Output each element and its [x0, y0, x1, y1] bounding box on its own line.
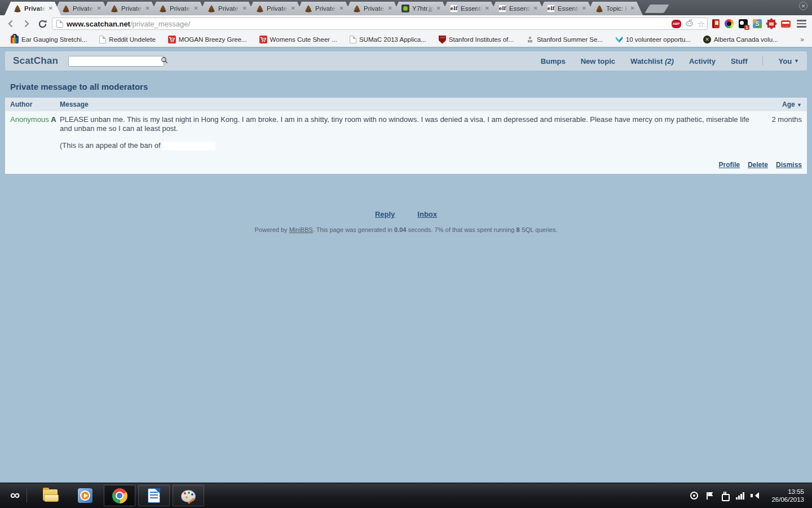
- nav-item-new-topic[interactable]: New topic: [581, 57, 615, 65]
- browser-tab[interactable]: Private m✕: [295, 2, 352, 15]
- reload-icon[interactable]: [36, 17, 48, 30]
- browser-tab[interactable]: Private m✕: [198, 2, 255, 15]
- browser-tab[interactable]: Private m✕: [102, 2, 158, 15]
- taskbar-app-chrome-browser[interactable]: [104, 485, 135, 506]
- browser-tab[interactable]: Private m✕: [344, 2, 400, 15]
- footer-text: seconds. 7% of that was spent running: [406, 226, 516, 233]
- tab-title: Private m: [170, 5, 191, 12]
- notifier-icon[interactable]: 1: [739, 19, 748, 28]
- dictionary-book-icon[interactable]: [712, 19, 720, 28]
- nav-divider: [762, 56, 763, 65]
- bookmark-item[interactable]: ✕Alberta Canada volu...: [698, 34, 783, 45]
- action-center-flag-icon[interactable]: [705, 491, 714, 500]
- browser-tab[interactable]: Topic: Pl✕: [586, 2, 643, 15]
- bookmark-item[interactable]: Womens Cute Sheer ...: [254, 34, 342, 45]
- browser-tab-active[interactable]: Private m✕: [5, 2, 61, 15]
- network-signal-icon[interactable]: [735, 491, 744, 500]
- profile-link[interactable]: Profile: [719, 161, 740, 169]
- nav-item-activity[interactable]: Activity: [689, 57, 716, 65]
- tab-close-icon[interactable]: ✕: [436, 6, 441, 11]
- author-column-header[interactable]: Author: [10, 100, 60, 108]
- site-search-box[interactable]: [68, 56, 164, 67]
- bookmark-item[interactable]: Ear Gauging Stretchi...: [6, 34, 92, 45]
- tab-title: Private m: [24, 5, 46, 12]
- browser-tab[interactable]: Y7htr.jpg✕: [392, 2, 449, 15]
- bookmark-label: Stanford Institutes of...: [449, 36, 514, 43]
- tab-close-icon[interactable]: ✕: [145, 6, 150, 11]
- bookmark-item[interactable]: Stanford Institutes of...: [434, 34, 519, 45]
- taskbar-app-file-explorer[interactable]: [35, 485, 67, 506]
- taskbar-app-writer-document[interactable]: [138, 485, 170, 506]
- tab-close-icon[interactable]: ✕: [533, 6, 538, 11]
- nav-item-bumps[interactable]: Bumps: [541, 57, 566, 65]
- nav-item-watchlist[interactable]: Watchlist (2): [630, 57, 674, 65]
- age-cell: 2 months: [765, 115, 802, 150]
- bookmark-star-icon[interactable]: ☆: [698, 20, 705, 28]
- bookmark-item[interactable]: osoStanford Summer Se...: [521, 35, 608, 44]
- tab-close-icon[interactable]: ✕: [242, 6, 247, 11]
- disc-tray-icon[interactable]: [690, 491, 699, 500]
- reddit-alien-icon[interactable]: [685, 19, 694, 29]
- new-tab-button[interactable]: [645, 5, 669, 13]
- taskbar-app-paint-app[interactable]: [173, 485, 204, 506]
- back-icon[interactable]: [5, 17, 17, 30]
- poop-favicon-icon: [256, 5, 264, 12]
- power-plug-icon[interactable]: [720, 491, 729, 500]
- tab-close-icon[interactable]: ✕: [630, 6, 635, 11]
- bookmark-item[interactable]: 10 volunteer opportu...: [610, 35, 696, 45]
- delete-link[interactable]: Delete: [748, 161, 768, 169]
- nav-item-you-menu[interactable]: You▼: [778, 57, 799, 65]
- site-nav: BumpsNew topicWatchlist (2)ActivityStuff…: [541, 56, 799, 65]
- footer-stat: 0.04: [394, 226, 406, 233]
- taskbar-app-media-player[interactable]: [69, 485, 101, 506]
- site-logo[interactable]: ScatChan: [13, 55, 58, 67]
- tab-close-icon[interactable]: ✕: [291, 6, 295, 11]
- message-paragraph-1: PLEASE unban me. This is my last night i…: [60, 115, 759, 133]
- bookmark-item[interactable]: SUMaC 2013 Applica...: [345, 34, 431, 45]
- address-bar[interactable]: www.scatchan.net/private_message/ ABP☆: [52, 17, 708, 30]
- minibbs-link[interactable]: MiniBBS: [289, 226, 313, 233]
- tab-close-icon[interactable]: ✕: [388, 6, 392, 11]
- message-column-header[interactable]: Message: [60, 100, 765, 108]
- camera-lens-icon[interactable]: [725, 19, 734, 28]
- tab-close-icon[interactable]: ✕: [48, 6, 53, 11]
- volume-icon[interactable]: [751, 491, 760, 500]
- author-cell[interactable]: Anonymous A: [10, 115, 60, 150]
- inbox-link[interactable]: Inbox: [417, 210, 437, 218]
- reply-link[interactable]: Reply: [375, 210, 395, 218]
- tab-close-icon[interactable]: ✕: [485, 6, 489, 11]
- pixel-s-icon[interactable]: S: [753, 19, 762, 28]
- start-button[interactable]: ∞: [6, 488, 27, 503]
- poop-favicon-icon: [595, 5, 603, 12]
- page-title: Private message to all moderators: [10, 82, 812, 91]
- system-tray: 13:55 26/06/2013: [690, 488, 806, 503]
- tab-title: Private m: [218, 5, 240, 12]
- browser-tab[interactable]: elfEssential✕: [441, 2, 497, 15]
- starburst-icon[interactable]: [767, 19, 776, 28]
- red-messenger-icon[interactable]: [781, 20, 791, 28]
- browser-tab[interactable]: Private m✕: [247, 2, 303, 15]
- bookmark-item[interactable]: MOGAN Breezy Gree...: [163, 34, 252, 45]
- browser-tab[interactable]: Private m✕: [53, 2, 109, 15]
- dismiss-link[interactable]: Dismiss: [776, 161, 802, 169]
- tab-close-icon[interactable]: ✕: [194, 6, 198, 11]
- browser-tab[interactable]: elfEssential✕: [489, 2, 546, 15]
- tab-close-icon[interactable]: ✕: [97, 6, 102, 11]
- chrome-menu-icon[interactable]: [795, 17, 807, 30]
- window-close-button[interactable]: ✕: [799, 2, 807, 10]
- forward-icon[interactable]: [20, 17, 33, 30]
- tab-close-icon[interactable]: ✕: [339, 6, 344, 11]
- age-column-header[interactable]: Age ▼: [765, 100, 802, 108]
- site-search-input[interactable]: [69, 57, 161, 65]
- elf-favicon-icon: elf: [498, 5, 506, 12]
- browser-tab[interactable]: elfEssential✕: [538, 2, 594, 15]
- taskbar-clock[interactable]: 13:55 26/06/2013: [771, 488, 806, 503]
- browser-tab[interactable]: Private m✕: [150, 2, 206, 15]
- nav-item-stuff[interactable]: Stuff: [731, 57, 748, 65]
- footer-text: SQL queries.: [520, 226, 558, 233]
- bookmarks-overflow-icon[interactable]: »: [798, 36, 806, 43]
- tab-close-icon[interactable]: ✕: [582, 6, 586, 11]
- bookmark-item[interactable]: Reddit Undelete: [94, 34, 160, 45]
- search-icon[interactable]: [161, 56, 168, 66]
- adblock-plus-icon[interactable]: ABP: [672, 20, 681, 28]
